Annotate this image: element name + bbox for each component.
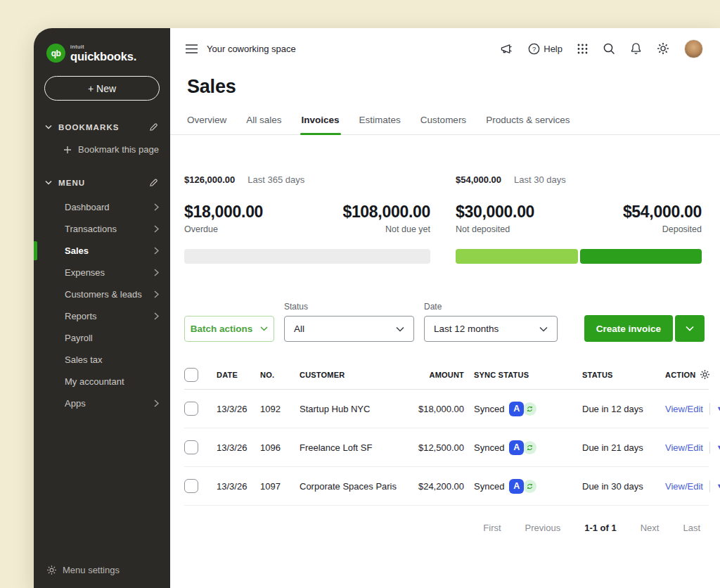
app-window: qb intuit quickbooks. + New BOOKMARKS Bo… [34, 28, 720, 588]
invoice-number: 1092 [260, 404, 300, 414]
tab-products-services[interactable]: Products & services [486, 115, 570, 134]
sidebar-item-payroll[interactable]: Payroll [34, 327, 170, 349]
svg-text:?: ? [532, 44, 536, 52]
filters-row: Batch actions Status All Date Last 12 mo… [170, 302, 720, 342]
chevron-down-icon [45, 180, 52, 185]
pagination-last[interactable]: Last [683, 523, 700, 533]
col-action: ACTION [665, 371, 695, 379]
menu-settings-button[interactable]: Menu settings [34, 565, 170, 588]
menu-section-header[interactable]: MENU [34, 177, 170, 188]
edit-menu-icon[interactable] [148, 177, 159, 188]
select-all-checkbox[interactable] [184, 368, 198, 382]
pagination-next[interactable]: Next [641, 523, 660, 533]
view-edit-link[interactable]: View/Edit [665, 404, 703, 414]
deposited-label: Deposited [662, 224, 702, 234]
chevron-down-icon [539, 326, 548, 332]
view-edit-link[interactable]: View/Edit [665, 442, 703, 453]
unpaid-money-bar[interactable] [184, 249, 430, 264]
row-actions-dropdown-icon[interactable]: ▼ [716, 482, 720, 490]
workspace-name[interactable]: Your coworking space [207, 44, 296, 54]
tab-estimates[interactable]: Estimates [359, 115, 401, 134]
not-deposited-amount: $30,000.00 [456, 203, 534, 222]
chevron-right-icon [154, 400, 159, 407]
new-button[interactable]: + New [44, 76, 160, 101]
settings-gear-icon[interactable] [657, 42, 669, 55]
accounting-app-badge: A [509, 479, 524, 494]
edit-bookmarks-icon[interactable] [148, 122, 159, 132]
sync-refresh-icon [523, 480, 536, 493]
paid-money-bar[interactable] [456, 249, 702, 264]
pagination-previous[interactable]: Previous [525, 523, 561, 533]
chevron-right-icon [154, 269, 159, 276]
pagination-first[interactable]: First [483, 523, 501, 533]
row-checkbox[interactable] [184, 479, 198, 493]
bookmarks-section-header[interactable]: BOOKMARKS [34, 122, 170, 132]
money-bar-segment[interactable] [184, 249, 430, 264]
help-button[interactable]: ? Help [528, 43, 562, 55]
invoice-status: Due in 30 days [567, 481, 665, 492]
batch-actions-button[interactable]: Batch actions [184, 316, 274, 342]
col-sync-status: SYNC STATUS [464, 371, 567, 379]
row-actions-dropdown-icon[interactable]: ▼ [716, 405, 720, 412]
not-due-yet-amount: $108,000.00 [342, 203, 430, 222]
view-edit-link[interactable]: View/Edit [665, 481, 703, 492]
bookmark-this-page[interactable]: Bookmark this page [34, 144, 170, 155]
invoice-customer: Startup Hub NYC [300, 404, 405, 414]
search-icon[interactable] [603, 42, 615, 55]
col-amount: AMOUNT [405, 371, 464, 379]
divider [709, 403, 710, 415]
user-avatar[interactable] [684, 39, 703, 58]
sidebar-item-apps[interactable]: Apps [34, 392, 170, 414]
sidebar-item-reports[interactable]: Reports [34, 305, 170, 327]
invoice-status: Due in 12 days [567, 404, 665, 414]
table-row[interactable]: 13/3/26 1092 Startup Hub NYC $18,000.00 … [184, 390, 709, 428]
apps-grid-icon[interactable] [577, 44, 588, 54]
pagination: First Previous 1-1 of 1 Next Last [170, 506, 720, 533]
sidebar-item-transactions[interactable]: Transactions [34, 218, 170, 240]
hamburger-menu-icon[interactable] [186, 44, 198, 53]
chevron-right-icon [154, 247, 159, 255]
overdue-amount: $18,000.00 [184, 203, 263, 222]
unpaid-summary: $126,000.00 Last 365 days $18,000.00 $10… [184, 174, 430, 264]
help-label: Help [544, 44, 562, 54]
create-invoice-button[interactable]: Create invoice [584, 315, 673, 342]
status-filter-select[interactable]: All [284, 316, 414, 342]
sync-refresh-icon [523, 441, 536, 454]
money-bar-segment[interactable] [580, 249, 702, 264]
sidebar-item-expenses[interactable]: Expenses [34, 262, 170, 283]
table-row[interactable]: 13/3/26 1097 Corporate Spaces Paris $24,… [184, 467, 709, 506]
chevron-down-icon [686, 326, 694, 331]
chevron-right-icon [154, 312, 159, 320]
row-checkbox[interactable] [184, 440, 198, 454]
sidebar-item-sales-tax[interactable]: Sales tax [34, 349, 170, 371]
chevron-right-icon [154, 290, 159, 298]
create-invoice-dropdown-button[interactable] [675, 315, 705, 342]
sidebar-item-my-accountant[interactable]: My accountant [34, 371, 170, 392]
date-filter-select[interactable]: Last 12 months [424, 316, 558, 342]
invoice-date: 13/3/26 [217, 404, 260, 414]
invoices-table: DATE NO. CUSTOMER AMOUNT SYNC STATUS STA… [170, 360, 720, 506]
sync-refresh-icon [523, 402, 536, 416]
sidebar-item-sales[interactable]: Sales [34, 240, 170, 262]
brand-product: quickbooks. [70, 50, 136, 63]
sidebar-item-dashboard[interactable]: Dashboard [34, 196, 170, 218]
chevron-right-icon [154, 203, 159, 211]
sidebar-item-customers-leads[interactable]: Customers & leads [34, 283, 170, 305]
tab-all-sales[interactable]: All sales [246, 115, 281, 134]
row-actions-dropdown-icon[interactable]: ▼ [716, 444, 720, 451]
invoice-amount: $18,000.00 [405, 404, 464, 414]
notifications-bell-icon[interactable] [630, 42, 642, 55]
tab-customers[interactable]: Customers [420, 115, 466, 134]
tab-invoices[interactable]: Invoices [302, 115, 340, 134]
chevron-down-icon [45, 124, 52, 129]
column-settings-gear-icon[interactable] [700, 369, 710, 380]
money-bar-segment[interactable] [456, 249, 578, 264]
paid-period: Last 30 days [514, 174, 566, 185]
row-checkbox[interactable] [184, 402, 198, 416]
tab-overview[interactable]: Overview [187, 115, 226, 134]
overdue-label: Overdue [184, 224, 218, 234]
unpaid-period: Last 365 days [248, 174, 304, 185]
table-row[interactable]: 13/3/26 1096 Freelance Loft SF $12,500.0… [184, 428, 709, 467]
feedback-megaphone-icon[interactable] [500, 43, 513, 55]
sales-tabs: Overview All sales Invoices Estimates Cu… [170, 115, 720, 135]
